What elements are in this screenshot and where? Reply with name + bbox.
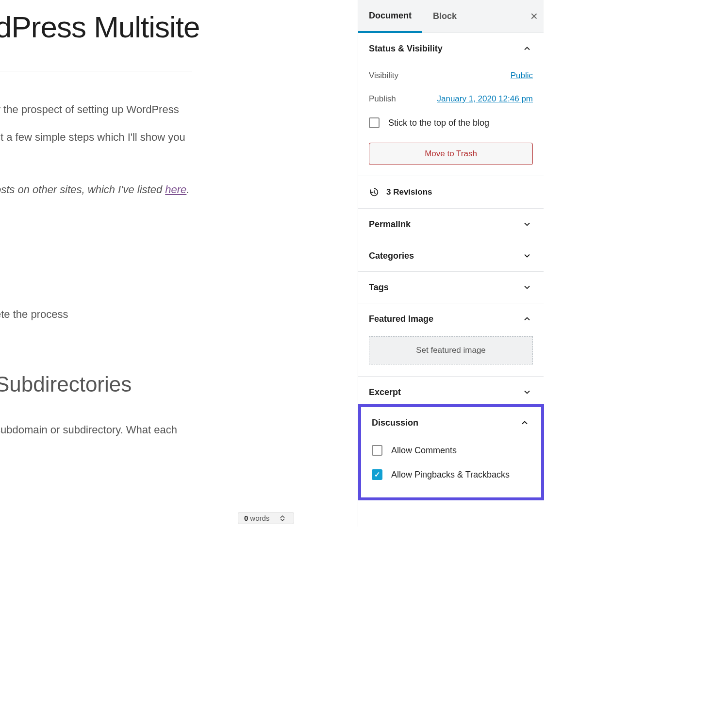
panel-toggle[interactable]: Permalink <box>358 209 544 240</box>
panel-title: Status & Visibility <box>369 44 443 54</box>
editor-canvas[interactable]: dPress Multisite y the prospect of setti… <box>0 0 358 527</box>
allow-comments-checkbox[interactable] <box>372 445 382 456</box>
revisions-button[interactable]: 3 Revisions <box>358 176 544 209</box>
allow-pingbacks-label: Allow Pingbacks & Trackbacks <box>391 470 510 480</box>
paragraph-block[interactable]: osts on other sites, which I've listed h… <box>0 181 358 198</box>
paragraph-text: osts on other sites, which I've listed <box>0 183 165 196</box>
allow-pingbacks-checkbox[interactable] <box>372 469 382 480</box>
panel-status-visibility: Status & Visibility Visibility Public Pu… <box>358 33 544 176</box>
publish-label: Publish <box>369 94 396 104</box>
paragraph-text: . <box>186 183 189 196</box>
panel-excerpt: Excerpt <box>358 377 544 404</box>
panel-title: Categories <box>369 251 414 261</box>
set-featured-image-button[interactable]: Set featured image <box>369 336 533 364</box>
paragraph-block[interactable]: y the prospect of setting up WordPress <box>0 100 358 118</box>
panel-featured-image: Featured Image Set featured image <box>358 303 544 377</box>
heading-block[interactable]: Subdirectories <box>0 372 358 396</box>
panel-categories: Categories <box>358 240 544 272</box>
chevron-down-icon <box>521 250 533 262</box>
visibility-value[interactable]: Public <box>511 71 533 81</box>
paragraph-block[interactable]: st a few simple steps which I'll show yo… <box>0 128 358 146</box>
settings-sidebar: Document Block × Status & Visibility Vis… <box>358 0 544 527</box>
panel-title: Tags <box>369 282 389 293</box>
word-count-label: words <box>250 514 269 522</box>
publish-date[interactable]: January 1, 2020 12:46 pm <box>437 94 533 104</box>
panel-toggle[interactable]: Featured Image <box>358 303 544 334</box>
panel-toggle[interactable]: Status & Visibility <box>358 33 544 64</box>
chevron-down-icon <box>521 386 533 398</box>
visibility-label: Visibility <box>369 71 398 81</box>
panel-toggle[interactable]: Categories <box>358 240 544 271</box>
allow-comments-label: Allow Comments <box>391 446 457 456</box>
history-icon <box>369 187 380 198</box>
tab-block[interactable]: Block <box>422 0 467 33</box>
revisions-label: 3 Revisions <box>386 187 432 197</box>
chevron-down-icon <box>521 281 533 293</box>
word-count-number: 0 <box>244 514 248 522</box>
panel-title: Permalink <box>369 219 411 230</box>
chevron-down-icon <box>521 218 533 230</box>
sidebar-tabs: Document Block × <box>358 0 544 33</box>
panel-title: Discussion <box>372 418 418 428</box>
discussion-highlight: Discussion Allow Comments Allow Pingback… <box>358 404 544 500</box>
chevron-up-icon <box>519 417 530 429</box>
chevron-up-icon <box>521 313 533 325</box>
paragraph-block[interactable]: ete the process <box>0 305 358 323</box>
move-to-trash-button[interactable]: Move to Trash <box>369 143 533 165</box>
post-title[interactable]: dPress Multisite <box>0 10 358 44</box>
close-icon[interactable]: × <box>530 9 538 24</box>
panel-permalink: Permalink <box>358 209 544 240</box>
panel-toggle[interactable]: Tags <box>358 272 544 303</box>
content-link[interactable]: here <box>165 183 186 196</box>
stick-label: Stick to the top of the blog <box>388 118 489 128</box>
panel-tags: Tags <box>358 272 544 303</box>
tab-document[interactable]: Document <box>358 0 422 33</box>
stick-checkbox[interactable] <box>369 117 380 128</box>
panel-toggle[interactable]: Discussion <box>361 407 541 438</box>
stepper-icon <box>280 515 285 521</box>
paragraph-block[interactable]: subdomain or subdirectory. What each <box>0 421 358 439</box>
chevron-up-icon <box>521 43 533 54</box>
panel-title: Excerpt <box>369 387 401 397</box>
word-count[interactable]: 0 words <box>238 512 294 524</box>
panel-title: Featured Image <box>369 314 433 324</box>
separator-block <box>0 71 192 71</box>
panel-discussion: Discussion Allow Comments Allow Pingback… <box>361 407 541 497</box>
panel-toggle[interactable]: Excerpt <box>358 377 544 404</box>
